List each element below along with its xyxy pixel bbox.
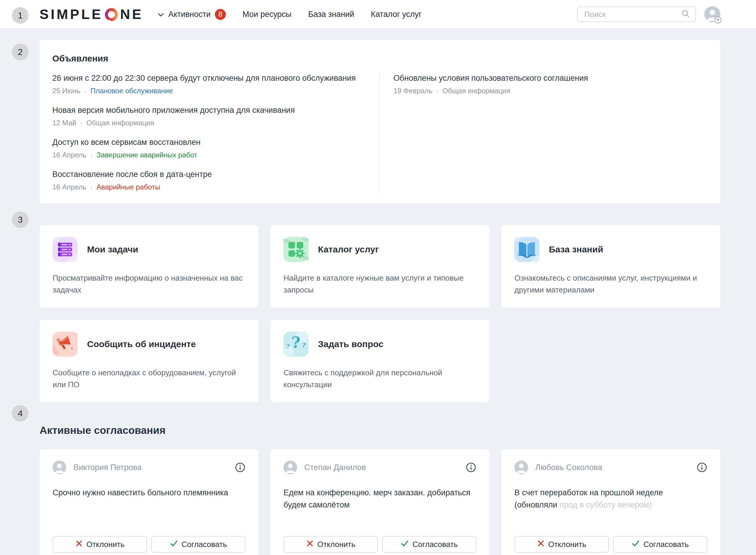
person-avatar-icon <box>52 461 66 474</box>
service-card-catalog[interactable]: Каталог услуг Найдите в каталоге нужные … <box>270 225 489 308</box>
annotation-marker-2: 2 <box>12 44 29 60</box>
announcements-right-column: Обновлены условия пользовательского согл… <box>393 74 707 193</box>
activities-badge: 8 <box>215 9 226 20</box>
announcement-item: Новая версия мобильного приложения досту… <box>52 106 365 127</box>
top-navigation-bar: SIMPLE NE <box>0 0 756 29</box>
service-title: Сообщить об инциденте <box>87 339 196 349</box>
approval-text-faded: прод в субботу вечером) <box>560 500 652 509</box>
dot-separator: · <box>84 87 86 95</box>
dot-separator: · <box>80 119 82 127</box>
info-icon[interactable] <box>235 462 245 473</box>
dot-separator: · <box>90 183 93 191</box>
approve-label: Согласовать <box>643 540 688 549</box>
announcement-meta: 19 Февраль · Общая информация <box>393 87 707 95</box>
approval-requester-name: Любовь Соколова <box>535 463 602 472</box>
decline-button[interactable]: Отклонить <box>52 536 147 553</box>
announcement-item: Обновлены условия пользовательского согл… <box>393 74 707 95</box>
person-avatar-icon <box>283 461 297 474</box>
service-title: Задать вопрос <box>318 339 383 349</box>
user-avatar[interactable] <box>704 6 720 22</box>
service-catalog-icon <box>283 237 309 262</box>
approvals-section-title: Активные согласования <box>40 424 720 436</box>
tasks-icon <box>52 237 78 262</box>
announcements-title: Объявления <box>52 53 707 63</box>
service-description: Свяжитесь с поддержкой для персональной … <box>283 367 476 391</box>
nav-service-catalog[interactable]: Каталог услуг <box>371 10 422 19</box>
dot-separator: · <box>436 87 439 95</box>
approve-button[interactable]: Согласовать <box>382 536 477 553</box>
approve-button[interactable]: Согласовать <box>613 536 708 553</box>
announcement-date: 19 Февраль <box>393 87 432 95</box>
svg-text:?: ? <box>291 333 301 351</box>
announcement-title[interactable]: 26 июня с 22:00 до 22:30 сервера будут о… <box>52 74 365 83</box>
approval-request-text: В счет переработок на прошлой неделе (об… <box>514 487 707 536</box>
nav-activities[interactable]: Активности 8 <box>158 9 226 20</box>
announcement-date: 25 Июнь <box>52 87 80 95</box>
approve-button[interactable]: Согласовать <box>151 536 246 553</box>
chevron-down-icon <box>158 10 164 19</box>
portal-home-page: 1 2 3 4 SIMPLE NE <box>0 0 756 555</box>
decline-label: Отклонить <box>317 540 355 549</box>
service-description: Найдите в каталоге нужные вам услуги и т… <box>283 272 476 296</box>
approval-card: Виктория Петрова Срочно нужно навестить … <box>40 449 258 555</box>
announcements-card: Объявления 26 июня с 22:00 до 22:30 серв… <box>40 40 720 204</box>
announcement-date: 16 Апрель <box>52 151 86 159</box>
announcement-title[interactable]: Обновлены условия пользовательского согл… <box>393 74 707 83</box>
services-row-1: Мои задачи Просматривайте информацию о н… <box>40 225 720 308</box>
service-card-incident[interactable]: Сообщить об инциденте Сообщите о неполад… <box>40 320 258 403</box>
announcement-category[interactable]: Завершение аварийных работ <box>96 151 197 159</box>
announcement-title[interactable]: Восстановление после сбоя в дата-центре <box>52 170 365 179</box>
service-title: Мои задачи <box>87 244 138 254</box>
decline-x-icon <box>537 540 545 549</box>
info-icon[interactable] <box>697 462 707 473</box>
announcement-item: Доступ ко всем сервисам восстановлен 16 … <box>52 138 365 159</box>
svg-text:?: ? <box>302 341 306 349</box>
approve-label: Согласовать <box>412 540 457 549</box>
dot-separator: · <box>90 151 93 159</box>
decline-button[interactable]: Отклонить <box>283 536 378 553</box>
announcement-meta: 16 Апрель · Завершение аварийных работ <box>52 151 365 159</box>
announcement-title[interactable]: Доступ ко всем сервисам восстановлен <box>52 138 365 147</box>
incident-icon <box>52 332 78 357</box>
approval-request-text: Срочно нужно навестить больного племянни… <box>52 487 245 536</box>
service-card-question[interactable]: ? ? ? Задать вопрос Свяжитесь с поддержк… <box>270 320 489 403</box>
service-description: Сообщите о неполадках с оборудованием, у… <box>52 367 245 391</box>
service-title: Каталог услуг <box>318 244 379 254</box>
service-title: База знаний <box>549 244 603 254</box>
main-nav: Активности 8 Мои ресурсы База знаний Кат… <box>158 9 422 20</box>
announcement-meta: 16 Апрель · Аварийные работы <box>52 183 365 191</box>
approvals-grid: Виктория Петрова Срочно нужно навестить … <box>40 449 720 555</box>
announcements-divider <box>379 74 380 193</box>
announcement-category[interactable]: Аварийные работы <box>96 183 160 191</box>
announcement-category[interactable]: Плановое обслуживание <box>90 87 173 95</box>
approve-check-icon <box>632 540 640 549</box>
service-description: Просматривайте информацию о назначенных … <box>52 272 245 296</box>
announcement-title[interactable]: Новая версия мобильного приложения досту… <box>52 106 365 115</box>
annotation-marker-3: 3 <box>12 211 29 228</box>
approval-card: Степан Данилов Едем на конференцию. мерч… <box>270 449 489 555</box>
service-description: Ознакомьтесь с описаниями услуг, инструк… <box>514 272 707 296</box>
simpleone-logo[interactable]: SIMPLE NE <box>40 6 143 22</box>
service-card-my-tasks[interactable]: Мои задачи Просматривайте информацию о н… <box>40 225 258 308</box>
nav-knowledge-base[interactable]: База знаний <box>308 10 354 19</box>
logo-text-left: SIMPLE <box>40 6 103 22</box>
decline-button[interactable]: Отклонить <box>514 536 609 553</box>
approve-check-icon <box>170 540 178 549</box>
announcement-meta: 12 Май · Общая информация <box>52 119 365 127</box>
announcement-date: 16 Апрель <box>52 183 86 191</box>
service-card-knowledge[interactable]: База знаний Ознакомьтесь с описаниями ус… <box>501 225 720 308</box>
announcement-date: 12 Май <box>52 119 76 127</box>
nav-my-resources[interactable]: Мои ресурсы <box>242 10 291 19</box>
announcement-category[interactable]: Общая информация <box>86 119 154 127</box>
nav-activities-label: Активности <box>168 10 211 19</box>
approval-requester-name: Виктория Петрова <box>73 463 142 472</box>
search-input[interactable] <box>584 9 681 19</box>
search-icon[interactable] <box>681 9 690 19</box>
decline-x-icon <box>306 540 314 549</box>
approval-card: Любовь Соколова В счет переработок на пр… <box>501 449 720 555</box>
page-content: Объявления 26 июня с 22:00 до 22:30 серв… <box>0 40 756 555</box>
announcements-left-column: 26 июня с 22:00 до 22:30 сервера будут о… <box>52 74 365 193</box>
person-avatar-icon <box>514 461 528 474</box>
info-icon[interactable] <box>466 462 476 473</box>
announcement-category[interactable]: Общая информация <box>442 87 510 95</box>
